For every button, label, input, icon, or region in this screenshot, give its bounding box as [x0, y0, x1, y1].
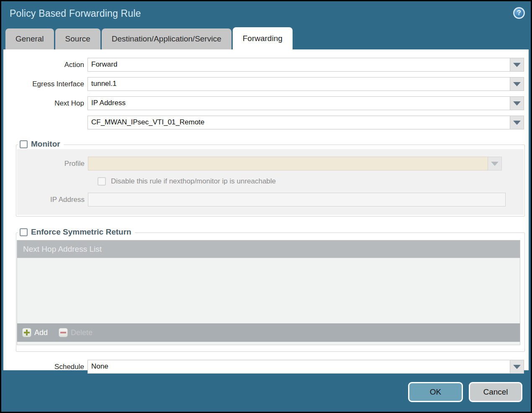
profile-value: [88, 157, 488, 170]
schedule-combobox: None: [87, 360, 524, 374]
tab-general[interactable]: General: [5, 28, 54, 49]
table-bottom-strip: [17, 342, 520, 345]
chevron-down-icon: [513, 63, 521, 67]
disable-rule-checkbox: [98, 177, 106, 186]
forwarding-tab-content: Action Forward Egress Interface tunnel.1…: [3, 49, 529, 370]
enforce-symmetric-return-fieldset: Enforce Symmetric Return Next Hop Addres…: [16, 232, 525, 352]
next-hop-address-row: CF_MWAN_IPsec_VTI_01_Remote: [3, 116, 529, 129]
schedule-label: Schedule: [3, 363, 87, 371]
egress-interface-row: Egress Interface tunnel.1: [3, 77, 529, 91]
profile-row: Profile: [17, 157, 524, 170]
add-button-label: Add: [34, 328, 48, 337]
policy-based-forwarding-rule-dialog: Policy Based Forwarding Rule ? General S…: [1, 1, 531, 412]
schedule-value[interactable]: None: [87, 360, 510, 374]
next-hop-type-dropdown-button[interactable]: [510, 96, 524, 110]
profile-label: Profile: [17, 160, 88, 168]
chevron-down-icon: [513, 82, 521, 86]
chevron-down-icon: [513, 365, 521, 369]
delete-button-label: Delete: [71, 328, 93, 337]
chevron-down-icon: [491, 162, 499, 166]
next-hop-address-list-table: Next Hop Address List Add Delete: [17, 240, 520, 345]
monitor-legend: Monitor: [18, 139, 64, 149]
plus-icon: [22, 328, 31, 337]
egress-interface-label: Egress Interface: [3, 80, 87, 88]
monitor-legend-label: Monitor: [31, 139, 60, 149]
next-hop-address-combobox: CF_MWAN_IPsec_VTI_01_Remote: [87, 116, 524, 129]
next-hop-type-combobox: IP Address: [87, 96, 524, 110]
profile-dropdown-button: [488, 157, 502, 170]
action-row: Action Forward: [3, 58, 529, 72]
schedule-dropdown-button[interactable]: [510, 360, 524, 374]
ok-button[interactable]: OK: [408, 382, 463, 402]
next-hop-address-value[interactable]: CF_MWAN_IPsec_VTI_01_Remote: [87, 116, 510, 129]
action-value[interactable]: Forward: [87, 58, 510, 72]
next-hop-address-list-header: Next Hop Address List: [17, 240, 520, 258]
chevron-down-icon: [513, 101, 521, 106]
help-icon[interactable]: ?: [513, 7, 525, 19]
monitor-checkbox[interactable]: [20, 140, 28, 148]
monitor-ip-address-label: IP Address: [17, 196, 88, 204]
next-hop-type-value[interactable]: IP Address: [87, 96, 510, 110]
monitor-fieldset: Monitor Profile Disable this rule if nex…: [16, 145, 525, 217]
profile-combobox: [88, 157, 502, 170]
egress-interface-dropdown-button[interactable]: [510, 77, 524, 91]
chevron-down-icon: [513, 121, 521, 125]
dialog-title: Policy Based Forwarding Rule: [10, 8, 141, 19]
tab-bar: General Source Destination/Application/S…: [1, 26, 531, 49]
enforce-symmetric-return-legend: Enforce Symmetric Return: [18, 227, 135, 237]
action-dropdown-button[interactable]: [510, 58, 524, 72]
add-button[interactable]: Add: [22, 328, 48, 337]
minus-icon: [59, 328, 68, 337]
enforce-symmetric-return-checkbox[interactable]: [20, 228, 28, 236]
egress-interface-combobox: tunnel.1: [87, 77, 524, 91]
tab-destination-application-service[interactable]: Destination/Application/Service: [102, 28, 231, 49]
next-hop-label: Next Hop: [3, 99, 87, 108]
schedule-row: Schedule None: [3, 360, 529, 374]
disable-rule-label: Disable this rule if nexthop/monitor ip …: [111, 177, 276, 186]
monitor-ip-address-row: IP Address: [17, 193, 524, 206]
next-hop-address-list-toolbar: Add Delete: [17, 323, 520, 342]
tab-source[interactable]: Source: [55, 28, 100, 49]
egress-interface-value[interactable]: tunnel.1: [87, 77, 510, 91]
next-hop-row: Next Hop IP Address: [3, 96, 529, 110]
action-combobox: Forward: [87, 58, 524, 72]
cancel-button[interactable]: Cancel: [469, 382, 522, 402]
monitor-panel: Profile Disable this rule if nexthop/mon…: [17, 149, 524, 215]
next-hop-address-list-body[interactable]: [17, 258, 520, 323]
tab-forwarding[interactable]: Forwarding: [233, 27, 293, 49]
dialog-footer: OK Cancel: [1, 370, 531, 412]
delete-button: Delete: [59, 328, 93, 337]
monitor-ip-address-input: [88, 193, 506, 206]
next-hop-address-dropdown-button[interactable]: [510, 116, 524, 129]
disable-rule-row: Disable this rule if nexthop/monitor ip …: [98, 177, 524, 186]
action-label: Action: [3, 61, 87, 69]
enforce-symmetric-return-legend-label: Enforce Symmetric Return: [31, 227, 131, 237]
titlebar: Policy Based Forwarding Rule ?: [1, 1, 531, 26]
